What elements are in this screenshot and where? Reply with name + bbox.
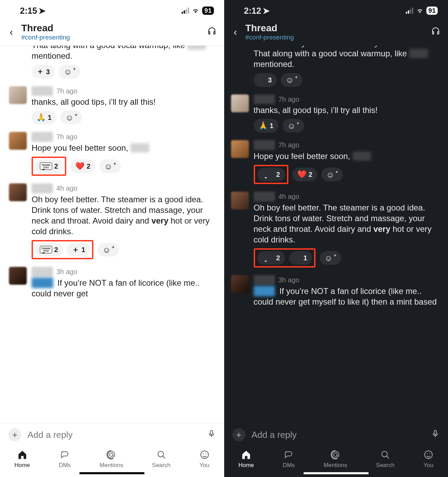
- reaction-plus[interactable]: ＋1: [289, 251, 312, 265]
- tab-mentions[interactable]: Mentions: [100, 449, 123, 469]
- tab-label: Mentions: [323, 462, 347, 469]
- attach-button[interactable]: +: [232, 428, 245, 441]
- message-text: thanks, all good tips, i’ll try all this…: [254, 105, 441, 115]
- reactions-row: 🙏1☺+: [254, 119, 441, 133]
- reaction-emoji[interactable]: ❤️2: [292, 168, 317, 181]
- huddle-button[interactable]: [207, 26, 217, 38]
- back-button[interactable]: ‹: [8, 25, 15, 38]
- smile-icon: ☺: [324, 253, 333, 263]
- username[interactable]: .: [254, 192, 275, 202]
- reaction-thank-you[interactable]: THANKYOU2: [35, 243, 63, 257]
- reaction-emoji[interactable]: 🙏1: [254, 119, 278, 133]
- wifi-icon: [416, 7, 424, 14]
- add-reaction-button[interactable]: ☺+: [320, 251, 341, 265]
- message-list[interactable]: a ton of honey when I blew out my voice …: [0, 46, 224, 423]
- add-reaction-button[interactable]: ☺+: [281, 73, 302, 87]
- tab-home[interactable]: Home: [238, 449, 254, 469]
- highlight-box: THANKYOU2＋1: [32, 240, 93, 259]
- mic-button[interactable]: [431, 429, 440, 441]
- timestamp: 7h ago: [56, 132, 77, 141]
- username[interactable]: .: [32, 267, 53, 277]
- thank-you-icon: THANKYOU: [262, 254, 274, 262]
- reactions-row: THANKYOU2＋1☺+: [254, 248, 441, 268]
- username[interactable]: .: [32, 132, 53, 142]
- tab-search[interactable]: Search: [152, 449, 171, 469]
- cellular-icon: [406, 8, 413, 14]
- mention-chip[interactable]: .: [32, 277, 53, 288]
- channel-link[interactable]: #conf-presenting: [245, 34, 425, 41]
- redacted-text: .: [353, 151, 371, 161]
- message-text: Hope you feel better soon, .: [254, 151, 441, 161]
- add-reaction-button[interactable]: ☺+: [283, 119, 304, 133]
- emoji-icon: ❤️: [297, 170, 307, 180]
- reaction-thank-you[interactable]: THANKYOU2: [257, 251, 285, 265]
- thank-you-icon: THANKYOU: [40, 246, 52, 253]
- add-reaction-button[interactable]: ☺+: [99, 159, 121, 173]
- add-reaction-button[interactable]: ☺+: [321, 168, 343, 181]
- search-icon: [380, 449, 390, 461]
- attach-button[interactable]: +: [8, 428, 21, 441]
- reply-input[interactable]: [27, 430, 201, 440]
- username[interactable]: .: [254, 94, 275, 104]
- page-title: Thread: [21, 23, 201, 34]
- channel-link[interactable]: #conf-presenting: [21, 34, 201, 41]
- add-reaction-button[interactable]: ☺+: [60, 111, 82, 124]
- reaction-count: 1: [303, 253, 307, 262]
- search-icon: [156, 449, 166, 461]
- add-reaction-button[interactable]: ☺+: [59, 65, 80, 79]
- tab-dms[interactable]: DMs: [59, 449, 71, 469]
- reaction-emoji[interactable]: ❤️2: [70, 159, 95, 173]
- tab-dms[interactable]: DMs: [283, 449, 295, 469]
- reaction-plus[interactable]: ＋3: [32, 65, 55, 79]
- message-list[interactable]: a ton of honey when I blew out my voice …: [224, 46, 448, 423]
- redacted-text: .: [187, 46, 206, 50]
- mention-chip[interactable]: .: [254, 286, 275, 296]
- add-reaction-button[interactable]: ☺+: [97, 243, 119, 257]
- reaction-plus[interactable]: ＋3: [254, 73, 277, 87]
- highlight-box: THANKYOU2: [254, 165, 288, 184]
- avatar[interactable]: [9, 267, 27, 285]
- avatar[interactable]: [231, 94, 249, 112]
- reaction-thank-you[interactable]: THANKYOU2: [35, 159, 63, 173]
- location-icon: ➤: [38, 6, 46, 15]
- reaction-emoji[interactable]: 🙏1: [32, 111, 56, 124]
- avatar[interactable]: [9, 132, 27, 150]
- tab-home[interactable]: Home: [14, 449, 30, 469]
- message-text: Hope you feel better soon, .: [32, 143, 217, 153]
- mic-button[interactable]: [207, 429, 216, 441]
- tab-you[interactable]: You: [199, 449, 210, 469]
- avatar[interactable]: [231, 192, 249, 209]
- svg-point-4: [205, 453, 206, 454]
- emoji-icon: 🙏: [36, 113, 46, 123]
- avatar[interactable]: [231, 275, 249, 293]
- svg-point-5: [382, 451, 387, 457]
- message-text: Oh boy feel better. The steamer is a goo…: [254, 202, 441, 245]
- username[interactable]: .: [32, 183, 53, 193]
- reaction-thank-you[interactable]: THANKYOU2: [257, 168, 285, 181]
- timestamp: 4h ago: [56, 184, 77, 193]
- back-button[interactable]: ‹: [232, 25, 239, 38]
- reaction-count: 1: [270, 121, 274, 130]
- timestamp: 4h ago: [278, 192, 299, 201]
- message: a ton of honey when I blew out my voice …: [0, 46, 224, 83]
- avatar[interactable]: [231, 140, 249, 158]
- tab-search[interactable]: Search: [376, 449, 394, 469]
- emoji-icon: ❤️: [75, 161, 84, 171]
- tab-label: Search: [376, 462, 394, 469]
- username[interactable]: .: [254, 140, 275, 150]
- svg-point-8: [427, 453, 428, 454]
- message-text: . If you’re NOT a fan of licorice (like …: [254, 286, 441, 307]
- username[interactable]: .: [32, 86, 53, 96]
- username[interactable]: .: [254, 275, 275, 285]
- avatar[interactable]: [9, 86, 27, 104]
- timestamp: 7h ago: [56, 87, 77, 95]
- reply-input[interactable]: [252, 430, 425, 440]
- message: .3h ago. If you’re NOT a fan of licorice…: [224, 272, 448, 308]
- status-bar: 2:12➤ 91: [224, 0, 448, 21]
- avatar[interactable]: [9, 183, 27, 201]
- reaction-plus[interactable]: ＋1: [67, 243, 90, 257]
- tab-you[interactable]: You: [423, 449, 434, 469]
- huddle-button[interactable]: [431, 26, 440, 38]
- svg-point-2: [200, 451, 208, 459]
- tab-mentions[interactable]: Mentions: [323, 449, 347, 469]
